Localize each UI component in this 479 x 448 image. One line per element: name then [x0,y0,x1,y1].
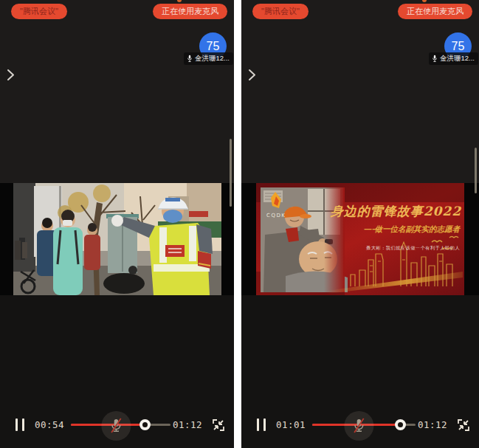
scrollbar[interactable] [475,148,477,193]
video-frame-street-scene[interactable] [13,183,221,295]
seek-thumb[interactable] [395,419,406,430]
current-time: 00:54 [31,419,68,430]
seek-thumb[interactable] [139,419,151,430]
poster-quote: 聂大彬：我们就应该做一个有利于人民的人 [366,245,460,251]
panel-background [241,0,479,183]
scrollbar[interactable] [230,139,232,207]
participant-name: 金洪珊12... [440,54,475,63]
fullscreen-icon[interactable] [212,418,225,432]
poster-logo-text: CQDK [266,213,286,218]
mic-muted-icon [352,417,365,435]
status-pill-row: "腾讯会议" 正在使用麦克风 [11,4,227,19]
poster-illustration: CQDK 身边的雷锋故事2022 —— 做一位名副其实的志愿者 聂大彬：我们就应… [256,183,464,295]
participant-name-label: 金洪珊12... [429,52,478,65]
mic-icon [187,55,193,63]
poster-title: 身边的雷锋故事2022 [330,204,461,218]
app-name-pill[interactable]: "腾讯会议" [252,4,309,19]
current-time: 01:01 [272,419,309,430]
mic-icon [432,55,438,63]
duration: 01:12 [414,419,451,430]
participant-name-label: 金洪珊12... [184,52,233,65]
app-name-pill[interactable]: "腾讯会议" [11,4,67,19]
video-band: CQDK 身边的雷锋故事2022 —— 做一位名副其实的志愿者 聂大彬：我们就应… [241,183,479,295]
pause-button[interactable] [257,418,266,431]
fullscreen-icon[interactable] [457,418,470,432]
mic-in-use-pill[interactable]: 正在使用麦克风 [398,4,472,19]
video-frame-leifeng-poster[interactable]: CQDK 身边的雷锋故事2022 —— 做一位名副其实的志愿者 聂大彬：我们就应… [256,183,464,295]
chevron-expand-icon[interactable] [247,69,256,81]
video-band [0,183,234,295]
mic-muted-icon [109,417,123,435]
mic-in-use-pill[interactable]: 正在使用麦克风 [153,4,227,19]
pause-button[interactable] [15,418,24,431]
status-pill-row: "腾讯会议" 正在使用麦克风 [252,4,472,19]
street-scene-illustration [13,183,221,295]
mic-muted-button[interactable] [344,411,373,441]
duration: 01:12 [169,419,206,430]
poster-subtitle: 做一位名副其实的志愿者 [375,224,461,233]
meeting-screenshot-left: "腾讯会议" 正在使用麦克风 75 金洪珊12... [0,0,234,448]
mic-muted-button[interactable] [101,411,131,441]
participant-name: 金洪珊12... [195,54,230,63]
playback-controls: 00:54 01:12 [0,408,234,442]
playback-controls: 01:01 01:12 [241,408,479,442]
chevron-expand-icon[interactable] [6,69,15,81]
panel-background [0,0,234,183]
meeting-screenshot-right: "腾讯会议" 正在使用麦克风 75 金洪珊12... [241,0,479,448]
